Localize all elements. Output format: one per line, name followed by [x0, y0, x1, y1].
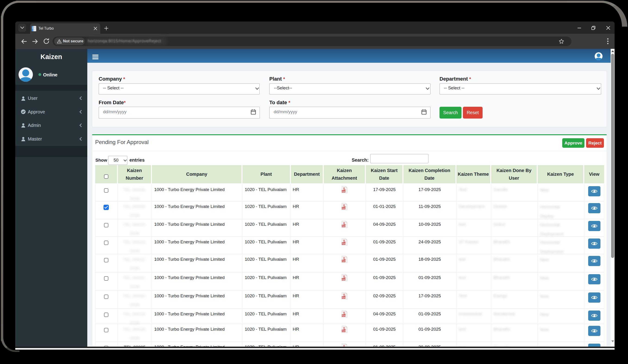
svg-text:PDF: PDF: [342, 330, 345, 332]
svg-text:PDF: PDF: [342, 190, 345, 192]
svg-text:PDF: PDF: [342, 243, 345, 245]
svg-text:PDF: PDF: [342, 260, 345, 262]
svg-text:PDF: PDF: [342, 297, 345, 299]
svg-text:PDF: PDF: [342, 315, 345, 317]
svg-text:PDF: PDF: [342, 278, 345, 280]
svg-text:PDF: PDF: [342, 207, 345, 209]
svg-text:PDF: PDF: [342, 225, 345, 227]
